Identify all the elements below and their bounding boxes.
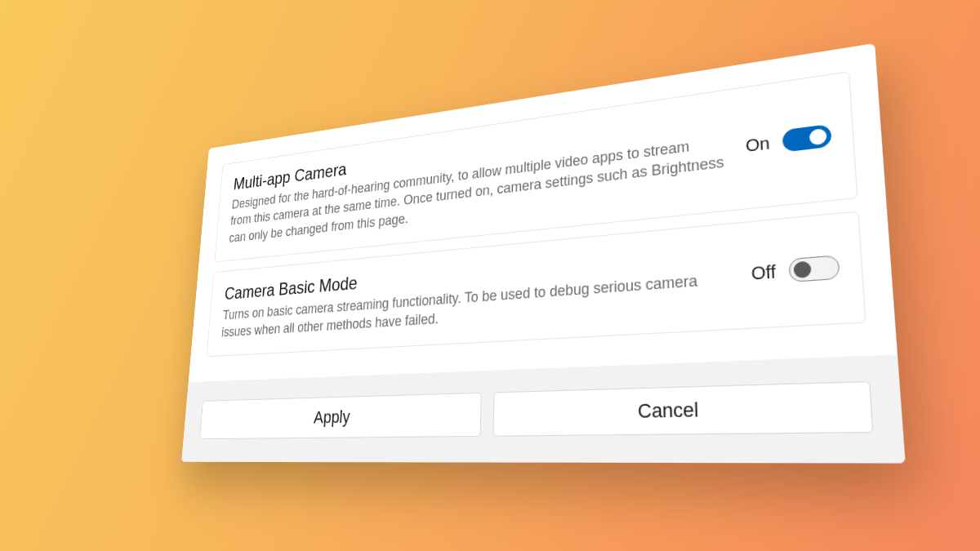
- toggle-knob-icon: [793, 260, 811, 278]
- setting-text: Camera Basic Mode Turns on basic camera …: [220, 239, 730, 341]
- toggle-state-label: On: [746, 133, 771, 156]
- settings-area: Multi-app Camera Designed for the hard-o…: [189, 43, 898, 383]
- camera-basic-mode-toggle[interactable]: [788, 255, 840, 282]
- cancel-button[interactable]: Cancel: [493, 381, 874, 437]
- setting-text: Multi-app Camera Designed for the hard-o…: [229, 105, 726, 247]
- gradient-background: Multi-app Camera Designed for the hard-o…: [0, 0, 980, 551]
- settings-dialog: Multi-app Camera Designed for the hard-o…: [181, 43, 906, 464]
- toggle-state-label: Off: [751, 261, 776, 284]
- toggle-group: Off: [751, 255, 840, 285]
- toggle-knob-icon: [809, 128, 827, 146]
- apply-button[interactable]: Apply: [199, 393, 482, 439]
- toggle-group: On: [746, 124, 832, 157]
- multi-app-camera-toggle[interactable]: [782, 124, 832, 153]
